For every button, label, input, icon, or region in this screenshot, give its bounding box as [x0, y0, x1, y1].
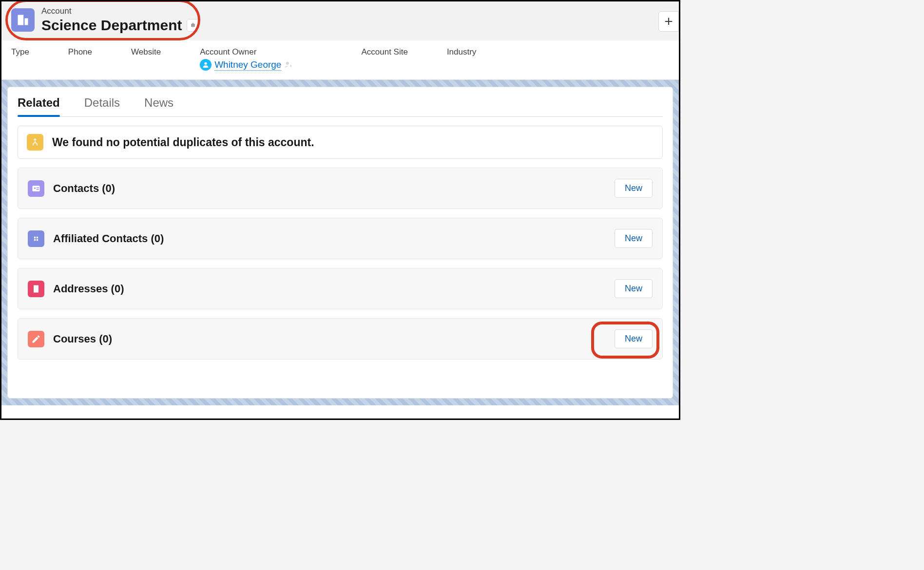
contacts-title[interactable]: Contacts (0)	[53, 182, 115, 195]
merge-icon	[27, 134, 43, 151]
record-title: Science Department	[41, 17, 199, 34]
related-card: Related Details News We found no potenti…	[7, 87, 673, 399]
record-title-block: Account Science Department	[41, 6, 199, 34]
record-title-text: Science Department	[41, 17, 182, 34]
svg-rect-2	[33, 186, 40, 191]
affiliated-contacts-title[interactable]: Affiliated Contacts (0)	[53, 232, 164, 245]
change-owner-icon[interactable]	[284, 60, 293, 69]
field-phone: Phone	[68, 47, 92, 71]
field-owner-label: Account Owner	[200, 47, 293, 57]
object-label: Account	[41, 6, 199, 16]
svg-rect-4	[37, 187, 39, 188]
addresses-new-button[interactable]: New	[615, 279, 653, 298]
svg-point-3	[34, 187, 36, 189]
svg-point-1	[286, 62, 289, 65]
field-industry-label: Industry	[447, 47, 476, 57]
related-courses: Courses (0) New	[18, 318, 663, 360]
affiliated-contacts-new-button[interactable]: New	[615, 229, 653, 248]
tab-details[interactable]: Details	[84, 96, 120, 116]
field-site-label: Account Site	[361, 47, 407, 57]
field-type-label: Type	[11, 47, 29, 57]
hierarchy-button[interactable]	[187, 19, 199, 32]
avatar-icon	[200, 59, 212, 71]
field-industry: Industry	[447, 47, 476, 71]
contacts-icon	[28, 180, 44, 197]
duplicate-notice: We found no potential duplicates of this…	[18, 126, 663, 159]
field-website: Website	[131, 47, 161, 71]
tab-related[interactable]: Related	[18, 96, 60, 116]
contacts-new-button[interactable]: New	[615, 179, 653, 198]
follow-add-button[interactable]: +	[658, 11, 679, 32]
field-type: Type	[11, 47, 29, 71]
addresses-icon	[28, 281, 44, 297]
owner-link[interactable]: Whitney George	[214, 59, 281, 71]
field-phone-label: Phone	[68, 47, 92, 57]
account-icon	[11, 8, 35, 32]
record-header: Account Science Department +	[1, 1, 679, 40]
courses-icon	[28, 331, 44, 347]
related-addresses: Addresses (0) New	[18, 268, 663, 309]
courses-new-button[interactable]: New	[615, 329, 653, 348]
svg-point-0	[204, 62, 207, 65]
affiliated-contacts-icon	[28, 230, 44, 247]
tab-news[interactable]: News	[144, 96, 173, 116]
record-body: Related Details News We found no potenti…	[1, 80, 679, 405]
highlight-fields: Type Phone Website Account Owner Whitney…	[1, 40, 679, 80]
svg-rect-5	[37, 189, 39, 190]
related-affiliated-contacts: Affiliated Contacts (0) New	[18, 218, 663, 259]
related-contacts: Contacts (0) New	[18, 168, 663, 209]
duplicate-text: We found no potential duplicates of this…	[52, 136, 314, 149]
field-site: Account Site	[361, 47, 407, 71]
field-website-label: Website	[131, 47, 161, 57]
courses-title[interactable]: Courses (0)	[53, 333, 112, 345]
account-record-page: Account Science Department + Type Phone …	[0, 0, 680, 420]
field-owner: Account Owner Whitney George	[200, 47, 293, 71]
addresses-title[interactable]: Addresses (0)	[53, 283, 124, 295]
tabs: Related Details News	[18, 96, 663, 117]
